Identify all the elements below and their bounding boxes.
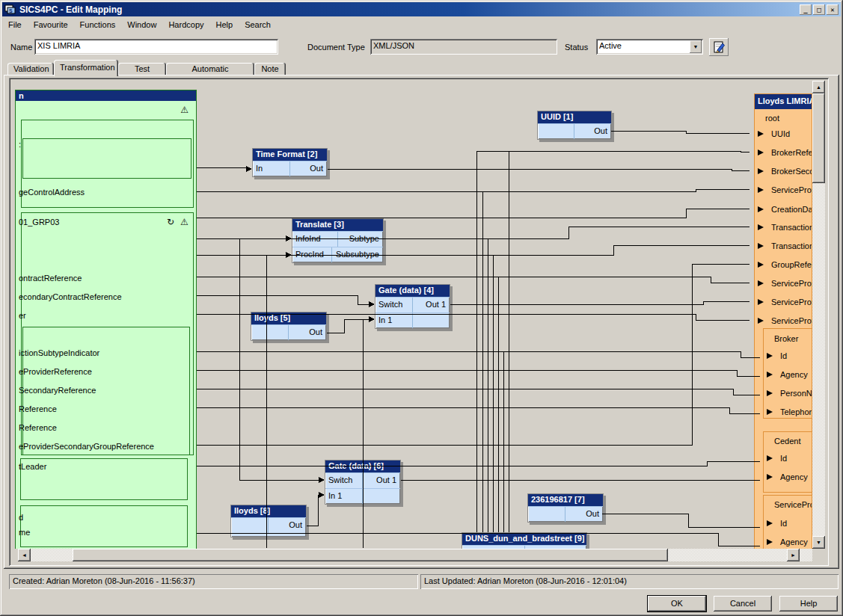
help-button[interactable]: Help — [779, 596, 838, 612]
scroll-down-icon[interactable]: ▼ — [812, 536, 825, 549]
port-out[interactable]: Subsubtype — [332, 247, 383, 262]
source-field[interactable]: econdaryContractReference — [19, 292, 122, 301]
port-in[interactable] — [251, 325, 289, 340]
target-field[interactable]: ServiceProvid — [755, 279, 812, 288]
source-field[interactable]: d — [19, 513, 23, 522]
target-field[interactable]: ServiceProvid — [755, 316, 812, 325]
mapping-canvas[interactable]: n ⚠ ↻ ⚠ : geControlAddress 01_GRP03 ontr… — [12, 81, 812, 549]
port-out[interactable]: Out — [565, 507, 603, 522]
port-in[interactable]: In 1 — [325, 489, 363, 504]
name-input[interactable]: XIS LIMRIA — [34, 39, 278, 55]
minimize-button[interactable]: _ — [800, 4, 812, 15]
target-panel-header: Lloyds LIMRIA — [755, 94, 812, 109]
target-field[interactable]: Agency — [764, 370, 812, 379]
target-field[interactable]: Agency — [764, 472, 812, 481]
menu-hardcopy[interactable]: Hardcopy — [162, 19, 209, 31]
source-field[interactable]: ontractReference — [19, 274, 82, 283]
source-field[interactable]: eProviderSecondaryGroupReference — [19, 442, 154, 451]
port-out[interactable]: Out — [289, 325, 326, 340]
menu-file[interactable]: File — [2, 19, 28, 31]
port-in[interactable] — [231, 518, 269, 533]
menu-functions[interactable]: Functions — [74, 19, 122, 31]
source-field[interactable]: geControlAddress — [19, 188, 85, 197]
tab-transformation[interactable]: Transformation — [54, 60, 118, 76]
port-in[interactable]: InfoInd — [292, 232, 338, 247]
canvas-hscrollbar[interactable]: ◄ ► — [18, 549, 812, 561]
maximize-button[interactable]: □ — [813, 4, 825, 15]
scroll-up-icon[interactable]: ▲ — [812, 81, 825, 93]
source-field[interactable]: Reference — [19, 423, 57, 432]
vscroll-thumb[interactable] — [812, 93, 825, 183]
hscroll-thumb[interactable] — [73, 549, 668, 561]
close-button[interactable]: ✕ — [827, 4, 839, 15]
tab-automatic-corrections[interactable]: Automatic Corrections — [166, 63, 254, 76]
target-field[interactable]: root — [755, 114, 812, 123]
edit-status-button[interactable] — [709, 38, 729, 56]
port-out[interactable]: Out 1 — [413, 298, 450, 312]
port-in[interactable] — [538, 124, 574, 139]
port-in[interactable]: ProcInd — [292, 247, 332, 262]
port-in[interactable]: In — [253, 161, 290, 176]
port-out[interactable]: Out — [269, 518, 306, 533]
target-field[interactable]: Id — [764, 519, 812, 528]
node-gate-data-4[interactable]: Gate (data) [4] SwitchOut 1 In 1 — [375, 284, 450, 329]
source-field[interactable]: er — [19, 311, 26, 320]
node-uuid[interactable]: UUID [1] Out — [537, 111, 612, 140]
node-translate[interactable]: Translate [3] InfoIndSubtype ProcIndSubs… — [292, 218, 384, 263]
target-field[interactable]: Id — [764, 351, 812, 360]
port-out[interactable]: Out — [290, 161, 327, 176]
source-field[interactable]: Reference — [19, 404, 57, 413]
node-gate-data-6[interactable]: Gate (data) [6] SwitchOut 1 In 1 — [325, 460, 401, 505]
node-time-format[interactable]: Time Format [2] InOut — [252, 148, 328, 177]
node-lloyds-5[interactable]: lloyds [5] Out — [251, 312, 327, 341]
menu-window[interactable]: Window — [121, 19, 162, 31]
status-dropdown[interactable]: Active ▼ — [596, 39, 703, 55]
ok-button[interactable]: OK — [648, 596, 706, 612]
node-lloyds-8[interactable]: lloyds [8] Out — [230, 505, 307, 538]
source-field[interactable]: me — [19, 528, 30, 537]
target-field[interactable]: ServiceProvid — [755, 185, 812, 194]
target-field[interactable]: ServiceProvid — [755, 298, 812, 307]
target-field[interactable]: Agency — [764, 538, 812, 546]
source-field[interactable]: SecondaryReference — [19, 386, 96, 395]
port-in[interactable]: Switch — [375, 298, 413, 312]
cancel-button[interactable]: Cancel — [714, 596, 772, 612]
target-field[interactable]: TransactionS — [755, 241, 812, 250]
target-field[interactable]: PersonNam — [764, 389, 812, 398]
port-in[interactable]: Switch — [325, 473, 363, 488]
source-field[interactable]: eProviderReference — [19, 367, 92, 376]
source-field[interactable]: : — [19, 140, 21, 149]
port-out[interactable] — [363, 489, 400, 504]
port-in[interactable] — [528, 507, 565, 522]
target-panel[interactable]: Lloyds LIMRIA root UUId BrokerRefere Bro… — [754, 93, 812, 549]
scroll-left-icon[interactable]: ◄ — [18, 549, 31, 561]
tab-test-values[interactable]: Test Values — [118, 63, 166, 76]
menu-search[interactable]: Search — [239, 19, 277, 31]
target-field[interactable]: GroupRefere — [755, 260, 812, 269]
source-field[interactable]: 01_GRP03 — [19, 218, 59, 227]
target-field[interactable]: BrokerRefere — [755, 148, 812, 157]
port-in[interactable]: In 1 — [375, 313, 413, 328]
target-field[interactable]: BrokerSecond — [755, 167, 812, 176]
target-field[interactable]: UUId — [755, 129, 812, 138]
tab-note[interactable]: Note — [254, 63, 286, 76]
node-236196817[interactable]: 236196817 [7] Out — [527, 493, 604, 523]
target-field[interactable]: TransactionS — [755, 223, 812, 232]
menu-favourite[interactable]: Favourite — [28, 19, 74, 31]
chevron-down-icon[interactable]: ▼ — [690, 40, 702, 53]
port-out[interactable] — [413, 313, 450, 328]
port-out[interactable]: Out — [574, 124, 611, 139]
source-field[interactable]: ictionSubtypeIndicator — [19, 348, 99, 357]
scroll-right-icon[interactable]: ► — [787, 549, 800, 561]
canvas-vscrollbar[interactable]: ▲ ▼ — [812, 81, 825, 549]
tab-validation[interactable]: Validation — [7, 63, 54, 76]
target-field[interactable]: CreationDate — [755, 205, 812, 214]
port-out[interactable]: Out 1 — [363, 473, 400, 488]
source-field[interactable]: tLeader — [19, 462, 46, 471]
target-field[interactable]: Telephone — [764, 407, 812, 416]
target-field[interactable]: Id — [764, 454, 812, 463]
port-out[interactable]: Subtype — [338, 232, 383, 247]
node-duns[interactable]: DUNS_dun_and_bradstreet [9] — [462, 532, 587, 549]
menu-help[interactable]: Help — [210, 19, 239, 31]
source-panel[interactable]: n ⚠ ↻ ⚠ : geControlAddress 01_GRP03 ontr… — [15, 90, 197, 549]
